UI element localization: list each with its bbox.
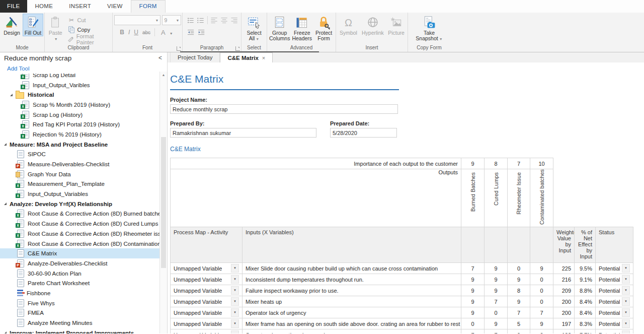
tree-item[interactable]: Rejection % 2019 (History): [0, 129, 160, 140]
score-cell[interactable]: 8: [508, 285, 530, 296]
prepared-by-input[interactable]: [170, 128, 316, 138]
tree-item[interactable]: Root Cause & Corrective Action (8D) Cont…: [0, 239, 160, 249]
score-cell[interactable]: 9: [530, 318, 553, 329]
score-cell[interactable]: 7: [485, 329, 508, 334]
select-all-button[interactable]: Select All▼: [243, 14, 266, 42]
bullet-list-icon[interactable]: [187, 17, 194, 24]
status-combo[interactable]: Potential▼: [599, 263, 630, 274]
chevron-down-icon[interactable]: ▼: [231, 275, 239, 284]
activity-combo[interactable]: Unmapped Variable▼: [174, 329, 239, 333]
score-cell[interactable]: 9: [461, 307, 485, 318]
input-variable-cell[interactable]: Failure inspect workaway prior to use.: [243, 285, 461, 296]
fill-out-button[interactable]: Fill Out: [23, 14, 43, 36]
score-cell[interactable]: 5: [508, 318, 530, 329]
tree-section[interactable]: Analyze: Develop Y=f(X) Relationship: [0, 199, 160, 209]
cut-button[interactable]: ✂ Cut: [65, 15, 111, 25]
score-cell[interactable]: 7: [485, 296, 508, 307]
tree-item[interactable]: Pareto Chart Worksheet: [0, 278, 160, 288]
freeze-headers-button[interactable]: Freeze Headers: [291, 14, 313, 42]
scrollbar-thumb[interactable]: [161, 137, 166, 268]
chevron-down-icon[interactable]: ▼: [622, 297, 630, 306]
input-variable-cell[interactable]: Operator lack of urgency: [243, 307, 461, 318]
tree-item[interactable]: Graph Your Data: [0, 169, 160, 179]
score-cell[interactable]: 7: [530, 307, 553, 318]
activity-combo[interactable]: Unmapped Variable▼: [174, 318, 239, 329]
chevron-down-icon[interactable]: ▼: [231, 308, 239, 317]
score-cell[interactable]: 0: [461, 318, 485, 329]
increase-indent-icon[interactable]: [198, 29, 205, 36]
score-cell[interactable]: 9: [461, 296, 485, 307]
align-left-icon[interactable]: [211, 17, 218, 24]
collapse-sidebar-icon[interactable]: <: [156, 54, 164, 61]
activity-combo[interactable]: Unmapped Variable▼: [174, 285, 239, 296]
status-combo[interactable]: Potential▼: [599, 307, 630, 318]
tree-section[interactable]: Measure: MSA and Project Baseline: [0, 140, 160, 150]
group-columns-button[interactable]: Group Columns: [268, 14, 291, 42]
chevron-down-icon[interactable]: ▼: [622, 330, 630, 333]
score-cell[interactable]: 7: [508, 307, 530, 318]
score-cell[interactable]: 0: [485, 307, 508, 318]
score-cell[interactable]: 9: [485, 285, 508, 296]
font-color-button[interactable]: A▼: [159, 29, 175, 36]
doc-tab-ce-matrix[interactable]: C&E Matrix×: [220, 52, 273, 62]
chevron-down-icon[interactable]: ▼: [622, 319, 630, 328]
score-cell[interactable]: 9: [530, 263, 553, 274]
chevron-down-icon[interactable]: ▼: [622, 275, 630, 284]
tree-item[interactable]: Scrap Log Detail: [0, 74, 160, 80]
input-variable-cell[interactable]: Mixer frame has an opening on south side…: [243, 318, 461, 329]
chevron-down-icon[interactable]: ▼: [622, 308, 630, 317]
design-button[interactable]: Design: [1, 14, 23, 36]
input-variable-cell[interactable]: Mixer heats up: [243, 296, 461, 307]
score-cell[interactable]: 9: [508, 329, 530, 334]
chevron-down-icon[interactable]: ▼: [231, 297, 239, 306]
decrease-indent-icon[interactable]: [187, 29, 195, 36]
prepared-date-input[interactable]: [330, 128, 397, 138]
tree-item[interactable]: SIPOC: [0, 150, 160, 160]
activity-combo[interactable]: Unmapped Variable▼: [174, 274, 239, 285]
paragraph-dialog-launcher-icon[interactable]: [235, 46, 240, 51]
score-cell[interactable]: 0: [530, 329, 553, 334]
italic-button[interactable]: I: [128, 29, 130, 36]
score-cell[interactable]: 9: [461, 285, 485, 296]
chevron-down-icon[interactable]: ▼: [231, 330, 239, 333]
tree-item[interactable]: Measure-Deliverables-Checklist: [0, 159, 160, 169]
tree-item[interactable]: Five Whys: [0, 298, 160, 308]
font-dialog-launcher-icon[interactable]: [177, 46, 181, 51]
chevron-down-icon[interactable]: ▼: [622, 264, 630, 273]
chevron-down-icon[interactable]: ▼: [622, 286, 630, 295]
project-name-input[interactable]: [170, 104, 398, 114]
tree-item[interactable]: Red Tag KPI Portal 2019 (History): [0, 119, 160, 129]
importance-value[interactable]: 10: [530, 158, 553, 169]
score-cell[interactable]: 0: [530, 285, 553, 296]
tab-file[interactable]: FILE: [0, 0, 27, 13]
score-cell[interactable]: 9: [508, 296, 530, 307]
tree-item[interactable]: Scrap % Month 2019 (History): [0, 100, 160, 110]
tab-form[interactable]: FORM: [131, 0, 166, 13]
status-combo[interactable]: Potential▼: [599, 318, 630, 329]
score-cell[interactable]: 9: [485, 263, 508, 274]
status-combo[interactable]: Potential▼: [599, 285, 630, 296]
tree-expand-icon[interactable]: [4, 331, 7, 333]
bold-button[interactable]: B: [120, 29, 124, 36]
tree-expand-icon[interactable]: [4, 203, 7, 205]
underline-button[interactable]: U: [134, 29, 138, 36]
tree-item[interactable]: Scrap Log (History): [0, 110, 160, 120]
tree-item[interactable]: Input_Output_Variables: [0, 189, 160, 199]
symbol-button[interactable]: Ω Symbol: [337, 14, 360, 36]
input-variable-cell[interactable]: Operator change the mix procedure.: [243, 329, 461, 334]
importance-value[interactable]: 9: [461, 158, 485, 169]
add-tool-link[interactable]: Add Tool: [7, 65, 30, 72]
align-center-icon[interactable]: [221, 17, 228, 24]
score-cell[interactable]: 9: [485, 318, 508, 329]
doc-tab-project-today[interactable]: Project Today: [170, 52, 220, 62]
score-cell[interactable]: 7: [461, 263, 485, 274]
input-variable-cell[interactable]: Mixer Slide door causing rubber build up…: [243, 263, 461, 274]
importance-value[interactable]: 8: [485, 158, 508, 169]
tree-item[interactable]: Analyze Meeting Minutes: [0, 318, 160, 328]
font-family-combo[interactable]: ▼: [114, 15, 160, 25]
tree-item[interactable]: Root Cause & Corrective Action (8D) Cure…: [0, 219, 160, 229]
score-cell[interactable]: 0: [530, 296, 553, 307]
tree-item[interactable]: C&E Matrix: [0, 248, 160, 258]
chevron-down-icon[interactable]: ▼: [231, 319, 239, 328]
tab-home[interactable]: HOME: [27, 0, 61, 13]
